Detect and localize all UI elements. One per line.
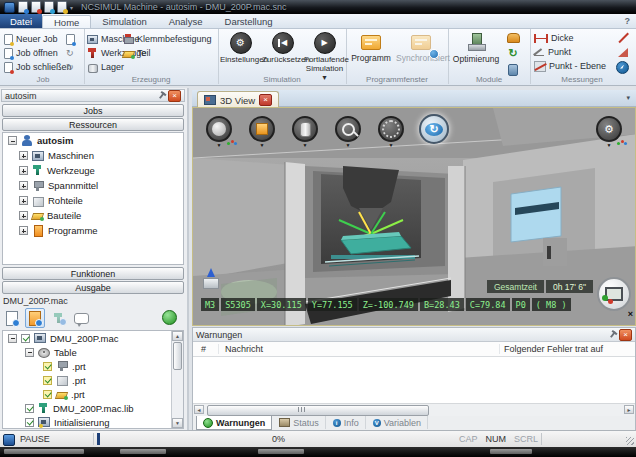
lager-button[interactable]: Lager xyxy=(87,61,124,73)
jobs-toggle-button[interactable]: Jobs xyxy=(2,104,184,117)
measure-compass-button[interactable] xyxy=(616,61,629,73)
file-menu-button[interactable]: Datei xyxy=(0,14,42,28)
checkbox-checked[interactable] xyxy=(43,390,52,399)
tree-item-rohteile[interactable]: Rohteile xyxy=(3,193,183,208)
expand-icon[interactable] xyxy=(19,226,28,235)
tab-status[interactable]: Status xyxy=(273,416,326,429)
checkbox-checked[interactable] xyxy=(25,418,34,427)
scrollbar-thumb[interactable] xyxy=(173,342,182,370)
einstellungen-button[interactable]: ⚙ Einstellungen xyxy=(220,32,261,65)
rotate-view-button[interactable]: ↻ xyxy=(419,114,449,144)
warnings-list[interactable] xyxy=(193,357,635,403)
expand-icon[interactable] xyxy=(19,211,28,220)
expand-icon[interactable] xyxy=(19,166,28,175)
dropdown-caret-icon[interactable]: ▼ xyxy=(260,143,265,147)
tree-item-spannmittel[interactable]: Spannmittel xyxy=(3,178,183,193)
tree-root-autosim[interactable]: autosim xyxy=(3,133,183,148)
synchronisiert-button[interactable]: Synchronisiert xyxy=(396,35,446,63)
collapse-icon[interactable] xyxy=(8,136,17,145)
qat-record-icon[interactable] xyxy=(31,1,41,13)
display-mode-button[interactable]: ▼ xyxy=(249,116,275,147)
scroll-right-icon[interactable]: ► xyxy=(624,405,634,414)
expand-icon[interactable] xyxy=(19,196,28,205)
scroll-left-icon[interactable]: ◄ xyxy=(194,405,204,414)
panel-close-icon[interactable]: × xyxy=(168,90,181,102)
dropdown-caret-icon[interactable]: ▼ xyxy=(607,143,612,147)
tree-item-prt-3[interactable]: .prt xyxy=(3,387,183,401)
pin-icon[interactable] xyxy=(610,331,616,338)
monitor-panel-button[interactable] xyxy=(597,277,631,311)
open-job-button[interactable]: Job öffnen xyxy=(4,47,58,59)
close-job-button[interactable]: Job schließen xyxy=(4,61,72,73)
view-list-dropdown-icon[interactable]: ▾ xyxy=(626,94,630,102)
zoom-button[interactable]: ▼ xyxy=(335,116,361,147)
tab-darstellung[interactable]: Darstellung xyxy=(214,14,284,28)
tab-simulation[interactable]: Simulation xyxy=(91,14,157,28)
klemmbefestigung-button[interactable]: Klemmbefestigung xyxy=(123,33,212,45)
teil-button[interactable]: Teil xyxy=(123,47,151,59)
tree-item-programme[interactable]: Programme xyxy=(3,223,183,238)
expand-icon[interactable] xyxy=(19,181,28,190)
punkt-ebene-button[interactable]: Punkt - Ebene xyxy=(534,60,606,72)
recalc-button[interactable]: ↻ xyxy=(506,47,520,60)
report-output-button[interactable] xyxy=(2,308,22,328)
dropdown-caret-icon[interactable]: ▼ xyxy=(346,143,351,147)
tab-warnungen[interactable]: Warnungen xyxy=(196,416,272,430)
overlay-close-icon[interactable]: × xyxy=(628,309,633,319)
app-icon[interactable] xyxy=(4,2,15,13)
view-orientation-button[interactable]: ▼ xyxy=(206,116,232,147)
tool-output-button[interactable] xyxy=(48,308,68,328)
dicke-button[interactable]: Dicke xyxy=(534,32,574,44)
measure-angle-button[interactable] xyxy=(616,46,629,58)
column-number[interactable]: # xyxy=(193,344,219,354)
tab-home[interactable]: Home xyxy=(42,15,91,28)
tree-item-maclib[interactable]: DMU_200P.mac.lib xyxy=(3,401,183,415)
resize-grip[interactable] xyxy=(626,437,634,445)
duplicate-job-button[interactable] xyxy=(66,33,75,45)
tree-item-prt-2[interactable]: .prt xyxy=(3,373,183,387)
ausgabe-toggle-button[interactable]: Ausgabe xyxy=(2,281,184,294)
qat-play-icon[interactable] xyxy=(44,1,54,13)
tree-scrollbar[interactable]: ▲ ▼ xyxy=(171,331,183,428)
tab-variablen[interactable]: V Variablen xyxy=(367,416,428,429)
program-output-button[interactable] xyxy=(25,308,45,328)
optimierung-button[interactable]: Optimierung xyxy=(450,33,502,64)
tree-item-maschinen[interactable]: Maschinen xyxy=(3,148,183,163)
checkbox-checked[interactable] xyxy=(25,404,34,413)
tree-item-mac[interactable]: DMU_200P.mac xyxy=(3,331,183,345)
funktionen-toggle-button[interactable]: Funktionen xyxy=(2,267,184,280)
tab-analyse[interactable]: Analyse xyxy=(158,14,214,28)
checkbox-checked[interactable] xyxy=(43,362,52,371)
column-nachricht[interactable]: Nachricht xyxy=(219,344,499,354)
qat-dropdown-icon[interactable]: ▾ xyxy=(70,4,73,11)
tree-item-bauteile[interactable]: Bauteile xyxy=(3,208,183,223)
tree-item-werkzeuge[interactable]: Werkzeuge xyxy=(3,163,183,178)
section-view-button[interactable]: ▼ xyxy=(292,116,318,147)
warnings-close-icon[interactable]: × xyxy=(619,329,632,341)
expand-icon[interactable] xyxy=(19,151,28,160)
collapse-icon[interactable] xyxy=(8,334,17,343)
scroll-down-icon[interactable]: ▼ xyxy=(172,418,183,428)
comment-button[interactable] xyxy=(71,308,91,328)
tree-item-initialisierung[interactable]: Initialisierung xyxy=(3,415,183,429)
new-job-button[interactable]: Neuer Job xyxy=(4,33,58,45)
checkbox-checked[interactable] xyxy=(21,334,30,343)
close-view-icon[interactable]: × xyxy=(259,94,272,106)
tree-item-prt-1[interactable]: .prt xyxy=(3,359,183,373)
warnings-hscrollbar[interactable]: ◄ ► xyxy=(193,403,635,416)
sync-job-button[interactable]: ↻ xyxy=(66,61,74,73)
qat-new-job-icon[interactable] xyxy=(18,1,28,13)
selection-mode-button[interactable]: ▼ xyxy=(378,116,404,147)
checkbox-checked[interactable] xyxy=(43,376,52,385)
reload-job-button[interactable]: ↻ xyxy=(66,47,74,59)
pin-icon[interactable] xyxy=(159,92,165,99)
camera-settings-button[interactable]: ⚙ ▼ xyxy=(596,116,622,147)
ressourcen-toggle-button[interactable]: Ressourcen xyxy=(2,118,184,131)
scroll-up-icon[interactable]: ▲ xyxy=(172,331,183,341)
scrollbar-thumb[interactable] xyxy=(207,405,429,416)
glove-tool-button[interactable] xyxy=(506,31,520,44)
zuruecksetzen-button[interactable]: ◀ Zurücksetzen xyxy=(262,32,303,65)
punkt-button[interactable]: Punkt xyxy=(534,46,571,58)
column-fehler[interactable]: Folgender Fehler trat auf xyxy=(499,344,635,354)
dropdown-caret-icon[interactable]: ▼ xyxy=(217,143,222,147)
